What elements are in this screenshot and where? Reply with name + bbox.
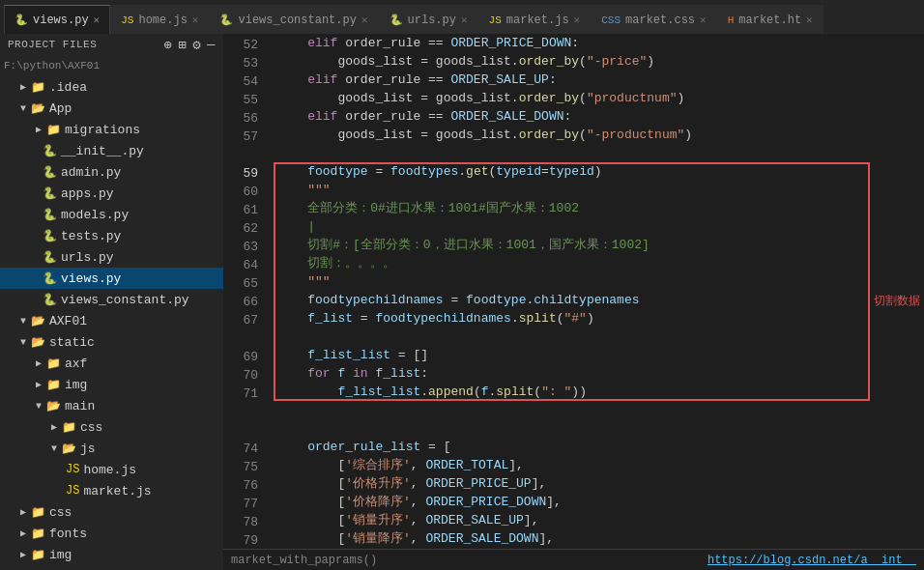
js-icon-2: JS [66, 484, 79, 498]
folder-icon-4: 📂 [31, 314, 45, 328]
close-icon-7[interactable]: ✕ [806, 14, 813, 26]
sidebar-item-apps[interactable]: 🐍 apps.py [0, 183, 223, 204]
sidebar-item-views[interactable]: 🐍 views.py [0, 268, 223, 289]
tab-home-js[interactable]: JS home.js ✕ [110, 5, 209, 34]
new-folder-icon[interactable]: ⊞ [178, 37, 187, 53]
ln-55: 55 [223, 91, 258, 109]
sidebar-item-admin[interactable]: 🐍 admin.py [0, 161, 223, 183]
close-icon[interactable]: ✕ [94, 14, 101, 26]
tab-views-py[interactable]: 🐍 views.py ✕ [4, 5, 110, 34]
code-line-63: 切割#：[全部分类：0，进口水果：1001，国产水果：1002] [277, 236, 924, 254]
sidebar-item-label-21: css [49, 505, 72, 520]
sidebar-item-views-const[interactable]: 🐍 views_constant.py [0, 289, 223, 310]
ln-52: 52 [223, 36, 258, 54]
code-line-65: """ [277, 272, 924, 291]
sidebar-item-label-14: axf [65, 356, 87, 371]
tab-label-market-js: market.js [506, 14, 569, 27]
sidebar: Project Files ⊕ ⊞ ⚙ — F:\python\AXF01 ▶ … [0, 34, 223, 570]
close-icon-6[interactable]: ✕ [700, 14, 707, 26]
sidebar-item-img2[interactable]: ▶ 📁 img [0, 544, 223, 565]
folder-icon-2: 📂 [31, 101, 45, 116]
close-icon-3[interactable]: ✕ [361, 14, 368, 26]
code-area[interactable]: 切割数据 elif order_rule == ORDER_PRICE_DOWN… [270, 34, 924, 549]
py-icon-4: 🐍 [43, 208, 57, 222]
folder-icon-5: 📂 [31, 335, 45, 350]
tab-icon-market-js: JS [489, 14, 502, 26]
sidebar-item-tests[interactable]: 🐍 tests.py [0, 225, 223, 246]
tab-market-css[interactable]: CSS market.css ✕ [591, 5, 716, 34]
ln-78: 78 [223, 513, 258, 531]
sidebar-item-label-12: AXF01 [49, 314, 87, 328]
sidebar-item-label-8: tests.py [61, 229, 121, 243]
tab-views-constant[interactable]: 🐍 views_constant.py ✕ [209, 5, 378, 34]
settings-icon[interactable]: ⚙ [192, 37, 201, 53]
ln-71: 71 [223, 385, 258, 403]
code-line-76: ['价格升序', ORDER_PRICE_UP], [277, 474, 924, 493]
ln-69: 69 [223, 348, 258, 366]
tab-icon-market-ht: H [728, 14, 735, 26]
tab-market-ht[interactable]: H market.ht ✕ [717, 5, 823, 34]
sidebar-item-main[interactable]: ▼ 📂 main [0, 395, 223, 416]
tab-label-views-constant: views_constant.py [238, 14, 356, 27]
sidebar-item-label-9: urls.py [61, 250, 114, 265]
function-name: market_with_paprams() [231, 554, 377, 567]
ln-67: 67 [223, 311, 258, 329]
sidebar-tree[interactable]: ▶ 📁 .idea ▼ 📂 App ▶ 📁 migrations [0, 76, 223, 570]
tab-market-js[interactable]: JS market.js ✕ [478, 5, 592, 34]
sidebar-item-css[interactable]: ▶ 📁 css [0, 416, 223, 438]
tab-urls-py[interactable]: 🐍 urls.py ✕ [379, 5, 478, 34]
ln-61: 61 [223, 201, 258, 219]
py-icon-3: 🐍 [43, 186, 57, 201]
bottom-bar: market_with_paprams() https://blog.csdn.… [223, 549, 924, 570]
arrow-icon-12: ▶ [15, 527, 31, 539]
sidebar-item-home-js[interactable]: JS home.js [0, 459, 223, 480]
code-line-61: 全部分类：0#进口水果：1001#国产水果：1002 [277, 199, 924, 217]
sidebar-item-label-20: market.js [83, 484, 151, 499]
collapse-icon[interactable]: — [207, 37, 216, 53]
sidebar-item-init[interactable]: 🐍 __init__.py [0, 140, 223, 161]
sidebar-item-idea[interactable]: ▶ 📁 .idea [0, 76, 223, 98]
sidebar-item-app[interactable]: ▼ 📂 App [0, 98, 223, 119]
sidebar-item-label-22: fonts [49, 527, 87, 541]
sidebar-item-market-js[interactable]: JS market.js [0, 480, 223, 501]
sidebar-item-js[interactable]: ▼ 📂 js [0, 438, 223, 459]
sidebar-item-img[interactable]: ▶ 📁 img [0, 374, 223, 395]
sidebar-item-fonts[interactable]: ▶ 📁 fonts [0, 523, 223, 544]
sidebar-item-axf01[interactable]: ▼ 📂 AXF01 [0, 310, 223, 331]
code-line-79: ['销量降序', ORDER_SALE_DOWN], [277, 529, 924, 548]
code-line-74: order_rule_list = [ [277, 438, 924, 456]
line-numbers: 52 53 54 55 56 57 59 60 61 62 63 64 65 6… [223, 34, 270, 549]
sidebar-item-axf[interactable]: ▶ 📁 axf [0, 353, 223, 374]
ln-75: 75 [223, 458, 258, 476]
code-line-60: """ [277, 181, 924, 199]
sidebar-title: Project Files [8, 39, 97, 50]
folder-icon: 📁 [31, 80, 45, 95]
close-icon-5[interactable]: ✕ [574, 14, 581, 26]
arrow-icon-11: ▶ [15, 506, 31, 518]
root-label: F:\python\AXF01 [4, 60, 100, 71]
folder-icon-6: 📁 [46, 356, 61, 371]
sidebar-item-static[interactable]: ▼ 📂 static [0, 331, 223, 353]
close-icon-2[interactable]: ✕ [192, 14, 199, 26]
sidebar-item-label-23: img [49, 548, 72, 562]
code-line-75: ['综合排序', ORDER_TOTAL], [277, 456, 924, 474]
arrow-icon-10: ▼ [46, 443, 62, 454]
ln-72 [223, 403, 258, 421]
ln-53: 53 [223, 54, 258, 72]
sidebar-item-js2[interactable]: ▶ 📁 js [0, 565, 223, 570]
sidebar-item-css2[interactable]: ▶ 📁 css [0, 501, 223, 523]
sidebar-header-icons: ⊕ ⊞ ⚙ — [163, 37, 216, 53]
sidebar-item-urls[interactable]: 🐍 urls.py [0, 246, 223, 268]
code-line-59: foodtype = foodtypes.get(typeid=typeid) [277, 162, 924, 181]
new-file-icon[interactable]: ⊕ [163, 37, 172, 53]
sidebar-item-label-11: views_constant.py [61, 293, 189, 307]
sidebar-item-migrations[interactable]: ▶ 📁 migrations [0, 119, 223, 140]
sidebar-item-models[interactable]: 🐍 models.py [0, 204, 223, 225]
sidebar-root: F:\python\AXF01 [0, 55, 223, 76]
code-line-68 [277, 328, 924, 346]
close-icon-4[interactable]: ✕ [461, 14, 468, 26]
arrow-icon-5: ▼ [15, 337, 31, 348]
code-line-56: elif order_rule == ORDER_SALE_DOWN: [277, 107, 924, 126]
ln-60: 60 [223, 183, 258, 201]
ln-70: 70 [223, 366, 258, 385]
